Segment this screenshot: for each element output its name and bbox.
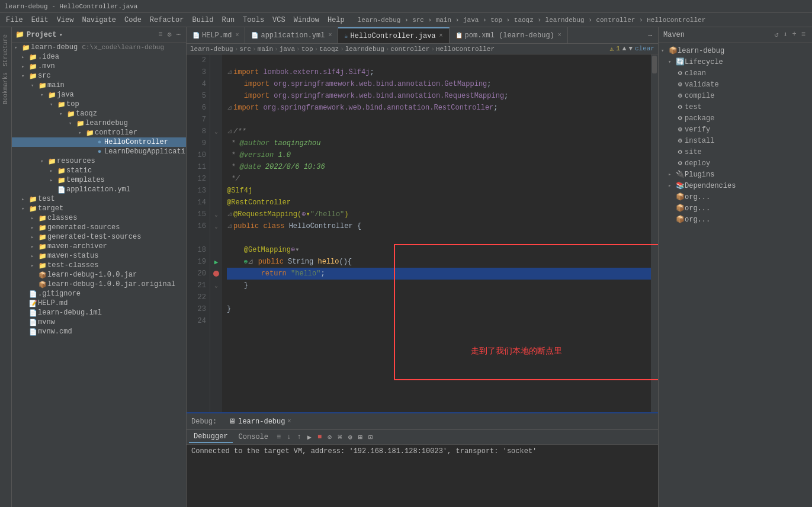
tab-close-icon[interactable]: × (235, 32, 239, 38)
debugger-tab[interactable]: Debugger (189, 431, 233, 443)
menu-code[interactable]: Code (121, 15, 145, 25)
tree-item-test-classes[interactable]: ▸ 📁 test-classes (12, 261, 186, 270)
tree-item-mvn[interactable]: ▸ 📁 .mvn (12, 62, 186, 71)
scrollbar-thumb[interactable] (652, 56, 657, 73)
tree-item-test[interactable]: ▸ 📁 test (12, 194, 186, 204)
project-dropdown-icon[interactable]: ▾ (59, 31, 63, 38)
tree-item-learndebug[interactable]: ▾ 📁 learndebug (12, 118, 186, 128)
menu-window[interactable]: Window (290, 15, 323, 25)
bc-java[interactable]: java (280, 46, 295, 53)
tree-item-application-yml[interactable]: 📄 application.yml (12, 185, 186, 194)
maven-compile[interactable]: ⚙ compile (659, 90, 812, 101)
tree-item-templates[interactable]: ▸ 📁 templates (12, 175, 186, 185)
fold-icon[interactable]: ⊿ (227, 220, 232, 232)
tree-item-jar1[interactable]: 📦 learn-debug-1.0.0.jar (12, 270, 186, 280)
tree-item-classes[interactable]: ▸ 📁 classes (12, 213, 186, 223)
tree-item-mvnw[interactable]: 📄 mvnw (12, 317, 186, 327)
bookmarks-tab[interactable]: Bookmarks (1, 70, 10, 107)
step-into-btn[interactable]: ↓ (284, 432, 293, 442)
bc-src[interactable]: src (239, 46, 251, 53)
bc-controller[interactable]: controller (390, 46, 429, 53)
menu-edit[interactable]: Edit (28, 15, 52, 25)
menu-build[interactable]: Build (188, 15, 217, 25)
console-tab[interactable]: Console (234, 432, 273, 442)
maven-dep-3[interactable]: 📦 org... (659, 214, 812, 225)
bc-main[interactable]: main (258, 46, 273, 53)
maven-deploy[interactable]: ⚙ deploy (659, 158, 812, 169)
tree-item-learnapp[interactable]: ● LearnDebugApplicati (12, 147, 186, 156)
maven-collapse-icon[interactable]: ≡ (800, 30, 807, 40)
maven-dependencies[interactable]: ▸ 📚 Dependencies (659, 180, 812, 191)
layout-btn[interactable]: ⊞ (356, 432, 365, 443)
vertical-scrollbar[interactable] (651, 54, 658, 412)
mute-breakpoints-btn[interactable]: ⊘ (325, 432, 334, 443)
tree-item-gitignore[interactable]: 📄 .gitignore (12, 289, 186, 299)
resume-btn[interactable]: ▶ (305, 432, 314, 443)
tree-item-java[interactable]: ▾ 📁 java (12, 90, 186, 100)
maven-validate[interactable]: ⚙ validate (659, 79, 812, 90)
tab-close-icon[interactable]: × (558, 32, 561, 38)
tree-item-top[interactable]: ▾ 📁 top (12, 100, 186, 109)
menu-navigate[interactable]: Navigate (78, 15, 120, 25)
tab-close-icon[interactable]: × (439, 33, 443, 39)
tree-item-gen-sources[interactable]: ▸ 📁 generated-sources (12, 223, 186, 232)
fold-icon[interactable]: ⊿ (227, 126, 232, 137)
evaluate-btn[interactable]: ⌘ (335, 432, 344, 443)
restore-btn[interactable]: ⊡ (366, 432, 375, 443)
fold-icon[interactable]: ⊿ (227, 102, 232, 114)
menu-tools[interactable]: Tools (239, 15, 268, 25)
tab-pomxml[interactable]: 📋 pom.xml (learn-debug) × (450, 27, 568, 43)
tree-item-idea[interactable]: ▸ 📁 .idea (12, 52, 186, 62)
menu-view[interactable]: View (53, 15, 78, 25)
fold-icon[interactable]: ⊿ (227, 66, 232, 78)
maven-site[interactable]: ⚙ site (659, 146, 812, 158)
collapse-all-icon[interactable]: ≡ (156, 30, 164, 40)
maven-lifecycle[interactable]: ▾ 🔄 Lifecycle (659, 56, 812, 68)
bc-taoqz[interactable]: taoqz (319, 46, 339, 53)
gear-icon[interactable]: ⋯ (175, 30, 182, 40)
tree-item-taoqz[interactable]: ▾ 📁 taoqz (12, 109, 186, 118)
maven-download-icon[interactable]: ⬇ (781, 30, 789, 40)
code-content[interactable]: ⊿ import lombok.extern.slf4j.Slf4j; impo… (222, 54, 651, 412)
step-over-btn[interactable]: ≡ (274, 432, 283, 442)
maven-test[interactable]: ⚙ test (659, 101, 812, 113)
maven-add-icon[interactable]: + (791, 30, 798, 40)
maven-refresh-icon[interactable]: ↺ (772, 30, 780, 40)
tab-more-btn[interactable]: ⋯ (646, 30, 654, 40)
maven-root[interactable]: ▾ 📦 learn-debug (659, 45, 812, 56)
tab-application-yml[interactable]: 📄 application.yml × (245, 27, 338, 43)
maven-clean[interactable]: ⚙ clean (659, 68, 812, 79)
debug-session-tab[interactable]: 🖥 learn-debug × (224, 416, 296, 427)
bc-learn-debug[interactable]: learn-debug (190, 46, 233, 53)
maven-package[interactable]: ⚙ package (659, 113, 812, 124)
tree-item-helpmd[interactable]: 📝 HELP.md (12, 299, 186, 308)
tree-item-iml[interactable]: 📄 learn-debug.iml (12, 308, 186, 317)
tree-item-static[interactable]: ▸ 📁 static (12, 166, 186, 175)
code-editor[interactable]: 2 3 4 5 6 7 8 9 10 11 12 13 14 15 16 1 (187, 54, 658, 412)
settings-icon[interactable]: ⚙ (166, 30, 174, 40)
step-out-btn[interactable]: ↑ (294, 432, 303, 442)
tree-item-src[interactable]: ▾ 📁 src (12, 71, 186, 81)
tree-item-gen-test-sources[interactable]: ▸ 📁 generated-test-sources (12, 232, 186, 242)
menu-file[interactable]: File (2, 15, 27, 25)
structure-tab[interactable]: Structure (1, 32, 10, 69)
tree-item-mvnwcmd[interactable]: 📄 mvnw.cmd (12, 327, 186, 336)
tree-item-learn-debug[interactable]: ▾ 📁 learn-debug C:\x_code\learn-debug (12, 43, 186, 52)
bc-hellocontroller[interactable]: HelloController (436, 46, 495, 53)
tab-close-icon[interactable]: × (328, 32, 332, 38)
tree-item-jar2[interactable]: 📦 learn-debug-1.0.0.jar.original (12, 280, 186, 289)
maven-plugins[interactable]: ▸ 🔌 Plugins (659, 169, 812, 180)
tab-hellocontroller[interactable]: ☕ HelloController.java × (338, 27, 449, 43)
tree-item-controller[interactable]: ▾ 📁 controller (12, 128, 186, 137)
menu-run[interactable]: Run (218, 15, 238, 25)
settings-btn[interactable]: ⚙ (346, 432, 355, 443)
maven-verify[interactable]: ⚙ verify (659, 124, 812, 135)
maven-dep-2[interactable]: 📦 org... (659, 203, 812, 214)
maven-install[interactable]: ⚙ install (659, 135, 812, 146)
tree-item-maven-archiver[interactable]: ▸ 📁 maven-archiver (12, 242, 186, 251)
maven-dep-1[interactable]: 📦 org... (659, 191, 812, 203)
clear-label[interactable]: clear (635, 45, 654, 53)
tree-item-main[interactable]: ▾ 📁 main (12, 81, 186, 90)
tree-item-resources[interactable]: ▾ 📁 resources (12, 156, 186, 166)
down-arrow-btn[interactable]: ▼ (628, 45, 633, 53)
